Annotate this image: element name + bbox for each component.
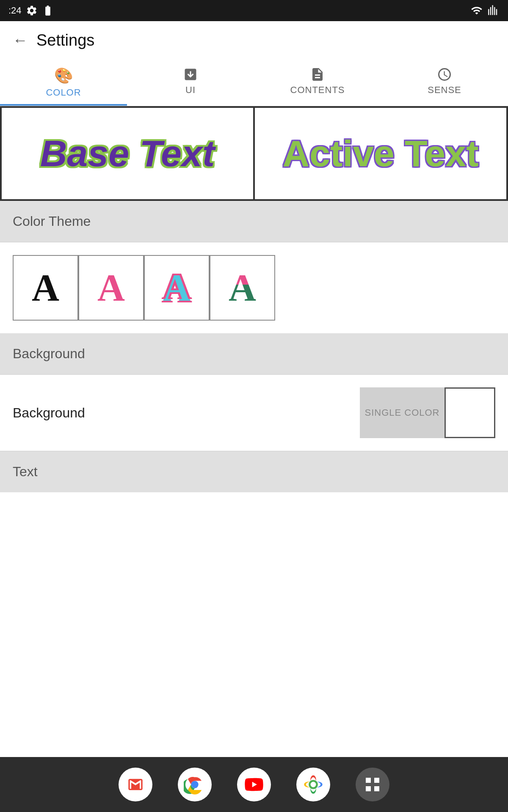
back-button[interactable]: ← <box>13 31 28 49</box>
active-text-preview[interactable]: Active Text <box>254 107 507 200</box>
color-theme-row: A A A A <box>0 242 508 333</box>
text-section-header: Text <box>0 451 508 492</box>
base-text-display: Base Text <box>40 132 215 175</box>
swatch-black[interactable]: A <box>13 255 78 321</box>
tab-contents[interactable]: CONTENTS <box>254 59 381 106</box>
gmail-nav-button[interactable] <box>119 768 152 801</box>
wifi-icon <box>470 5 483 16</box>
status-time: :24 <box>8 5 22 16</box>
document-icon <box>310 67 325 82</box>
swatch-green[interactable]: A <box>210 255 275 321</box>
apps-nav-button[interactable] <box>356 768 389 801</box>
tab-color[interactable]: 🎨 COLOR <box>0 59 127 106</box>
text-preview-section: Base Text Active Text <box>0 106 508 201</box>
background-label: Background <box>13 405 360 421</box>
gear-icon <box>26 5 38 16</box>
swatch-cyan[interactable]: A <box>144 255 210 321</box>
background-options: SINGLE COLOR <box>360 387 495 438</box>
tab-color-label: COLOR <box>46 87 81 98</box>
chrome-nav-button[interactable] <box>178 768 212 801</box>
status-bar: :24 <box>0 0 508 21</box>
background-row: Background SINGLE COLOR <box>0 375 508 451</box>
clock-circle-icon <box>437 67 452 82</box>
tab-sense[interactable]: SENSE <box>381 59 508 106</box>
color-theme-header: Color Theme <box>0 201 508 242</box>
swatch-pink[interactable]: A <box>78 255 144 321</box>
palette-icon: 🎨 <box>54 67 73 85</box>
battery-icon <box>42 5 54 16</box>
tab-sense-label: SENSE <box>428 85 461 96</box>
svg-point-0 <box>191 781 198 788</box>
single-color-option[interactable]: SINGLE COLOR <box>360 387 444 438</box>
tab-contents-label: CONTENTS <box>290 85 345 96</box>
tabs-bar: 🎨 COLOR UI CONTENTS SENSE <box>0 59 508 106</box>
page-title: Settings <box>36 31 94 49</box>
youtube-nav-button[interactable] <box>237 768 271 801</box>
tab-ui-label: UI <box>185 85 196 96</box>
active-text-display: Active Text <box>283 132 479 175</box>
tab-ui[interactable]: UI <box>127 59 254 106</box>
top-bar: ← Settings <box>0 21 508 59</box>
signal-icon <box>488 5 500 16</box>
photos-nav-button[interactable] <box>296 768 330 801</box>
download-box-icon <box>183 67 198 82</box>
background-section-header: Background <box>0 333 508 374</box>
base-text-preview[interactable]: Base Text <box>1 107 254 200</box>
white-color-option[interactable] <box>444 387 495 438</box>
bottom-nav <box>0 757 508 812</box>
